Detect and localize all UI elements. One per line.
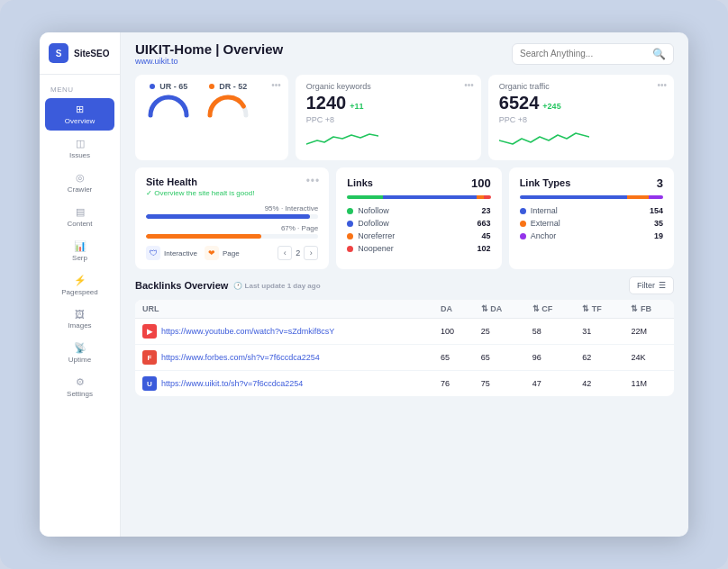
internal-dot	[520, 208, 526, 214]
link-type-label-internal: Internal	[520, 206, 558, 215]
organic-keywords-card: ••• Organic keywords 1240 +11 PPC +8	[296, 75, 481, 160]
link-label-dofollow: Dofollow	[347, 219, 389, 228]
progress-bar-bg-1	[146, 214, 318, 219]
sidebar-item-content[interactable]: ▤ Content	[45, 201, 114, 233]
progress-label-1: 95% · Interactive	[146, 204, 318, 212]
sidebar-item-images[interactable]: 🖼 Images	[45, 303, 114, 335]
card-dots-menu[interactable]: •••	[464, 80, 474, 90]
link-value-noreferrer: 45	[482, 231, 491, 240]
links-card: Links 100 Nofollow 23	[336, 167, 501, 269]
bar-seg-external	[627, 195, 649, 199]
gauge-row: UR - 65 DR - 52	[146, 82, 278, 118]
link-row-noreferrer: Noreferrer 45	[347, 231, 490, 240]
pager-next-btn[interactable]: ›	[304, 246, 318, 260]
col-tf-sort[interactable]: ⇅ TF	[575, 300, 623, 319]
table-row: F https://www.forbes.com/sh?v=7f6ccdca22…	[135, 345, 674, 371]
backlinks-table-wrapper: URL DA ⇅ DA ⇅ CF ⇅ TF ⇅ FB	[135, 300, 674, 396]
links-header: Links 100	[347, 176, 490, 190]
table-row: U https://www.uikit.to/sh?v=7f6ccdca2254…	[135, 371, 674, 397]
progress-page: 67% · Page	[146, 224, 318, 239]
sidebar-item-pagespeed[interactable]: ⚡ Pagespeed	[45, 269, 114, 302]
search-icon[interactable]: 🔍	[652, 48, 666, 60]
pagespeed-icon: ⚡	[74, 275, 86, 286]
traffic-value: 6524 +245	[499, 93, 663, 113]
link-type-value-internal: 154	[650, 206, 663, 215]
shield-icon: 🛡	[146, 246, 160, 260]
sidebar-item-serp[interactable]: 📊 Serp	[45, 235, 114, 267]
site-health-subtitle: ✓ Overview the site healt is good!	[146, 189, 318, 197]
keywords-label: Organic keywords	[306, 82, 470, 91]
da2-cell-1: 25	[474, 319, 525, 345]
bar-seg-noopener	[484, 195, 491, 199]
card-dots-menu[interactable]: •••	[657, 80, 667, 90]
card-dots-menu[interactable]: •••	[271, 80, 281, 90]
links-bar	[347, 195, 490, 199]
tf-cell-1: 31	[575, 319, 623, 345]
issues-icon: ◫	[76, 138, 85, 149]
da2-cell-3: 75	[474, 371, 525, 397]
dr-dot	[209, 84, 214, 89]
organic-traffic-card: ••• Organic traffic 6524 +245 PPC +8	[488, 75, 674, 160]
site-health-card: ••• Site Health ✓ Overview the site heal…	[135, 167, 329, 269]
bar-seg-internal	[520, 195, 628, 199]
sidebar-item-crawler[interactable]: ◎ Crawler	[45, 167, 114, 199]
link-types-header: Link Types 3	[520, 176, 663, 190]
ur-dr-card: ••• UR - 65	[135, 75, 288, 160]
sidebar-item-label: Uptime	[68, 356, 91, 364]
cf-cell-2: 96	[525, 345, 576, 371]
link-type-row-internal: Internal 154	[520, 206, 663, 215]
backlinks-section: Backlinks Overview 🕐 Last update 1 day a…	[121, 276, 688, 537]
keywords-ppc: PPC +8	[306, 115, 470, 124]
ur-gauge-svg	[146, 93, 191, 118]
page-title: UIKIT-Home | Overview	[135, 41, 283, 57]
card-dots-menu[interactable]: •••	[306, 175, 321, 187]
sidebar-item-label: Crawler	[68, 185, 93, 194]
serp-icon: 📊	[74, 240, 86, 252]
links-title: Links	[347, 177, 373, 188]
col-fb-sort[interactable]: ⇅ FB	[623, 300, 674, 319]
favicon-forbes: F	[142, 350, 157, 365]
uptime-icon: 📡	[74, 342, 86, 354]
traffic-delta: +245	[542, 102, 560, 111]
url-text-2: https://www.forbes.com/sh?v=7f6ccdca2254	[161, 353, 320, 362]
tf-cell-3: 42	[575, 371, 623, 397]
url-cell-1: ▶ https://www.youtube.com/watch?v=sZdmki…	[135, 319, 433, 345]
health-pager: ‹ 2 ›	[278, 246, 318, 260]
backlinks-table: URL DA ⇅ DA ⇅ CF ⇅ TF ⇅ FB	[135, 300, 674, 396]
col-cf-sort[interactable]: ⇅ CF	[525, 300, 576, 319]
sidebar-item-label: Pagespeed	[61, 288, 97, 296]
sidebar-item-settings[interactable]: ⚙ Settings	[45, 371, 114, 403]
col-da-sort[interactable]: ⇅ DA	[474, 300, 525, 319]
backlinks-header: Backlinks Overview 🕐 Last update 1 day a…	[135, 276, 674, 294]
search-bar[interactable]: 🔍	[512, 43, 674, 65]
url-cell-3: U https://www.uikit.to/sh?v=7f6ccdca2254	[135, 371, 433, 397]
page-url: www.uikit.to	[135, 57, 283, 66]
sidebar-item-label: Images	[68, 321, 91, 330]
dr-gauge: DR - 52	[205, 82, 250, 118]
sidebar-item-overview[interactable]: ⊞ Overview	[45, 98, 114, 131]
fb-cell-2: 24K	[623, 345, 674, 371]
site-health-title: Site Health	[146, 176, 318, 187]
search-input[interactable]	[520, 49, 647, 59]
link-label-noopener: Noopener	[347, 244, 394, 253]
pager-prev-btn[interactable]: ‹	[278, 246, 292, 260]
link-type-label-anchor: Anchor	[520, 231, 557, 240]
top-bar: UIKIT-Home | Overview www.uikit.to 🔍	[121, 32, 688, 71]
external-dot	[520, 221, 526, 227]
link-value-dofollow: 663	[478, 219, 491, 228]
da1-cell-3: 76	[433, 371, 474, 397]
favicon-youtube: ▶	[142, 324, 157, 339]
filter-button[interactable]: Filter ☰	[629, 276, 674, 294]
link-row-nofollow: Nofollow 23	[347, 206, 490, 215]
sidebar-item-label: Serp	[72, 254, 87, 262]
dr-label: DR - 52	[209, 82, 248, 91]
logo: S SiteSEO	[40, 43, 120, 75]
col-da: DA	[433, 300, 474, 319]
progress-label-2: 67% · Page	[146, 224, 318, 232]
progress-bar-bg-2	[146, 234, 318, 239]
page-title-area: UIKIT-Home | Overview www.uikit.to	[135, 41, 283, 66]
sidebar-item-uptime[interactable]: 📡 Uptime	[45, 337, 114, 369]
filter-icon: ☰	[659, 281, 666, 290]
sidebar-item-label: Content	[67, 220, 92, 228]
sidebar-item-issues[interactable]: ◫ Issues	[45, 132, 114, 165]
